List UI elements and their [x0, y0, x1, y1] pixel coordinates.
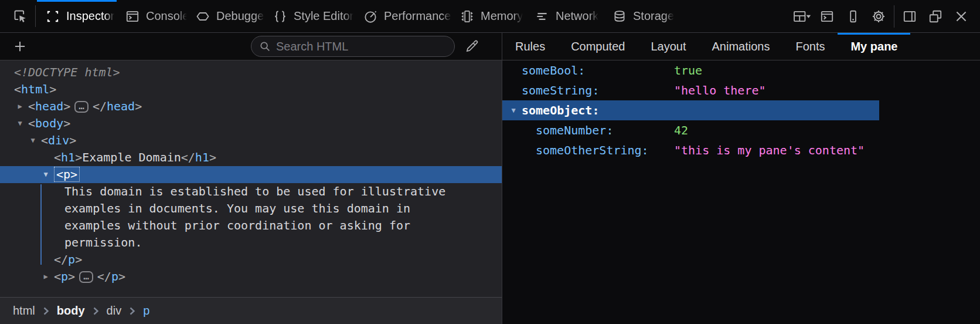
markup-node-text: <div> — [41, 132, 76, 149]
my-pane-content: someBool:truesomeString:"hello there"▼so… — [502, 60, 980, 324]
tab-label: Debugger — [216, 9, 264, 23]
sidebar-tab-fonts[interactable]: Fonts — [782, 33, 838, 60]
add-node-button[interactable] — [9, 36, 30, 57]
markup-node-text: <h1>Example Domain</h1> — [54, 149, 216, 166]
markup-row[interactable]: permission. — [0, 234, 502, 251]
layout-menu-button[interactable] — [788, 4, 814, 29]
token: <!DOCTYPE html> — [14, 65, 120, 79]
markup-row[interactable]: </p> — [0, 251, 502, 268]
tab-memory[interactable]: Memory — [451, 0, 526, 32]
tab-storage[interactable]: Storage — [604, 0, 675, 32]
collapse-twisty-icon[interactable]: ▼ — [27, 132, 39, 149]
token: > — [118, 269, 125, 284]
toolbar-separator — [894, 5, 894, 28]
collapse-twisty-icon[interactable]: ▼ — [40, 166, 52, 183]
token: </ — [54, 252, 68, 266]
token: Example Domain — [82, 150, 181, 164]
pick-element-button[interactable] — [6, 0, 34, 32]
markup-node-text: permission. — [64, 234, 142, 251]
token: examples in documents. You may use this … — [64, 201, 410, 215]
breadcrumb-item-body[interactable]: body — [57, 304, 85, 318]
pane-row[interactable]: someOtherString:"this is my pane's conte… — [502, 140, 879, 160]
token: body — [35, 116, 63, 130]
markup-row[interactable]: ▼<p> — [0, 166, 502, 183]
expand-twisty-icon[interactable]: ▶ — [40, 268, 52, 285]
breadcrumb-item-div[interactable]: div — [107, 304, 122, 318]
chevron-right-icon — [129, 306, 135, 316]
collapse-twisty-icon[interactable]: ▼ — [508, 100, 519, 120]
close-button[interactable] — [948, 4, 974, 29]
markup-row[interactable]: examples in documents. You may use this … — [0, 200, 502, 217]
markup-row[interactable]: ▼<div> — [0, 132, 502, 149]
tab-network[interactable]: Network — [526, 0, 604, 32]
sidebar-tab-animations[interactable]: Animations — [699, 33, 782, 60]
pane-row[interactable]: someBool:true — [502, 60, 879, 80]
token: > — [75, 252, 82, 266]
sidebar-tab-rules[interactable]: Rules — [502, 33, 558, 60]
token: p — [68, 252, 75, 266]
tab-styleeditor[interactable]: Style Editor — [264, 0, 355, 32]
markup-row[interactable]: This domain is established to be used fo… — [0, 183, 502, 200]
sidebar-tab-layout[interactable]: Layout — [638, 33, 699, 60]
eyedropper-button[interactable] — [461, 36, 483, 57]
pane-value: 42 — [674, 120, 688, 140]
split-console-button[interactable] — [814, 4, 840, 29]
console-icon — [125, 9, 140, 24]
inline-ellipsis-badge[interactable]: … — [79, 271, 93, 283]
dock-side-icon — [902, 9, 917, 24]
toolbar-separator — [35, 5, 36, 27]
pane-row[interactable]: ▼someObject: — [502, 100, 879, 120]
inline-ellipsis-badge[interactable]: … — [74, 101, 89, 113]
token: h1 — [195, 150, 209, 164]
token: > — [135, 99, 142, 113]
pane-row[interactable]: someNumber:42 — [502, 120, 879, 140]
pane-row[interactable]: someString:"hello there" — [502, 80, 879, 100]
dock-side-button[interactable] — [897, 4, 923, 29]
tab-debugger[interactable]: Debugger — [187, 0, 264, 32]
pane-value: "hello there" — [674, 80, 766, 100]
collapse-twisty-icon[interactable]: ▼ — [14, 115, 26, 132]
pane-value: true — [674, 60, 702, 80]
eyedropper-icon — [464, 39, 479, 54]
token: h1 — [61, 150, 75, 164]
token: </ — [181, 150, 195, 164]
tab-inspector[interactable]: Inspector — [37, 0, 117, 32]
tab-performance[interactable]: Performance — [355, 0, 451, 32]
breadcrumb-item-html[interactable]: html — [13, 304, 35, 318]
network-icon — [535, 9, 550, 24]
breadcrumb: htmlbodydivp — [0, 297, 502, 324]
separate-window-button[interactable] — [923, 4, 948, 29]
token: > — [63, 99, 70, 113]
markup-view: <!DOCTYPE html><html>▶<head>…</head>▼<bo… — [0, 60, 502, 297]
markup-row[interactable]: <h1>Example Domain</h1> — [0, 149, 502, 166]
search-input[interactable] — [251, 36, 455, 57]
toolbox-right-buttons — [788, 0, 980, 32]
markup-row[interactable]: ▶<head>…</head> — [0, 98, 502, 115]
responsive-design-button[interactable] — [840, 4, 866, 29]
pane-key: someBool: — [522, 63, 585, 77]
token: </ — [97, 269, 111, 284]
token: < — [54, 150, 61, 164]
token: p — [111, 269, 118, 284]
token: > — [209, 150, 216, 164]
token: < — [14, 82, 21, 96]
token: div — [48, 133, 69, 147]
markup-row[interactable]: ▶<p>…</p> — [0, 268, 502, 285]
pane-key: someOtherString: — [536, 143, 649, 157]
tab-label: Performance — [384, 9, 451, 23]
sidebar-tab-computed[interactable]: Computed — [558, 33, 638, 60]
markup-row[interactable]: <html> — [0, 81, 502, 98]
expand-twisty-icon[interactable]: ▶ — [14, 98, 26, 115]
markup-row[interactable]: examples without prior coordination or a… — [0, 217, 502, 234]
tab-console[interactable]: Console — [117, 0, 187, 32]
settings-button[interactable] — [866, 4, 891, 29]
markup-row[interactable]: ▼<body> — [0, 115, 502, 132]
tab-label: Style Editor — [294, 9, 353, 23]
markup-node-text: This domain is established to be used fo… — [64, 183, 445, 200]
sidebar-tab-mypane[interactable]: My pane — [838, 33, 910, 60]
markup-row[interactable]: <!DOCTYPE html> — [0, 64, 502, 81]
tab-label: Console — [146, 9, 187, 23]
sidebar-tab-strip: RulesComputedLayoutAnimationsFontsMy pan… — [502, 33, 910, 60]
breadcrumb-item-p[interactable]: p — [143, 304, 149, 318]
token: > — [49, 82, 56, 96]
